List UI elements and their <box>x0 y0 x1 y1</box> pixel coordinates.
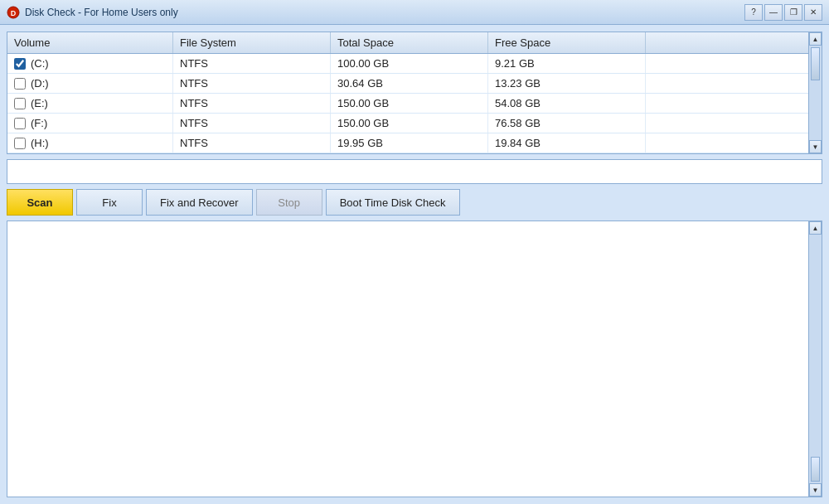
cell-extra-d <box>646 74 808 93</box>
col-free-space: Free Space <box>488 32 646 53</box>
table-row: (H:) NTFS 19.95 GB 19.84 GB <box>7 133 808 153</box>
checkbox-h[interactable] <box>14 138 26 149</box>
table-row: (C:) NTFS 100.00 GB 9.21 GB <box>7 54 808 74</box>
boot-check-button[interactable]: Boot Time Disk Check <box>326 189 460 216</box>
output-scroll-track[interactable] <box>809 235 822 483</box>
cell-fs-c: NTFS <box>173 54 331 73</box>
output-scroll-thumb[interactable] <box>811 457 820 482</box>
stop-button[interactable]: Stop <box>256 189 322 216</box>
cell-fs-h: NTFS <box>173 133 331 153</box>
cell-extra-c <box>646 54 808 73</box>
col-filesystem: File System <box>173 32 331 53</box>
main-window: Volume File System Total Space Free Spac… <box>0 25 829 504</box>
cell-extra-f <box>646 114 808 133</box>
title-bar: D Disk Check - For Home Users only ? — ❐… <box>0 0 829 25</box>
checkbox-e[interactable] <box>14 98 26 109</box>
scan-button[interactable]: Scan <box>7 189 73 216</box>
cell-volume-h: (H:) <box>7 133 173 153</box>
cell-total-e: 150.00 GB <box>331 94 488 113</box>
cell-free-d: 13.23 GB <box>488 74 646 93</box>
cell-free-c: 9.21 GB <box>488 54 646 73</box>
output-content <box>7 221 808 497</box>
col-extra <box>646 32 808 53</box>
cell-total-c: 100.00 GB <box>331 54 488 73</box>
cell-volume-c: (C:) <box>7 54 173 73</box>
cell-free-f: 76.58 GB <box>488 114 646 133</box>
scroll-thumb[interactable] <box>811 47 820 80</box>
cell-volume-d: (D:) <box>7 74 173 93</box>
table-body: (C:) NTFS 100.00 GB 9.21 GB (D:) NTFS 30… <box>7 54 808 153</box>
button-row: Scan Fix Fix and Recover Stop Boot Time … <box>7 189 822 216</box>
volume-table-container: Volume File System Total Space Free Spac… <box>7 32 822 154</box>
app-icon: D <box>7 6 20 19</box>
table-row: (F:) NTFS 150.00 GB 76.58 GB <box>7 114 808 133</box>
fix-button[interactable]: Fix <box>76 189 143 216</box>
scroll-up-button[interactable]: ▲ <box>809 32 822 46</box>
svg-text:D: D <box>11 9 17 17</box>
table-scrollbar[interactable]: ▲ ▼ <box>808 32 822 153</box>
output-scrollbar[interactable]: ▲ ▼ <box>808 221 822 497</box>
checkbox-d[interactable] <box>14 78 26 90</box>
table-row: (D:) NTFS 30.64 GB 13.23 GB <box>7 74 808 94</box>
table-header: Volume File System Total Space Free Spac… <box>7 32 808 54</box>
cell-total-d: 30.64 GB <box>331 74 488 93</box>
cell-extra-h <box>646 133 808 153</box>
checkbox-c[interactable] <box>14 58 26 70</box>
minimize-button[interactable]: — <box>764 4 783 21</box>
cell-total-f: 150.00 GB <box>331 114 488 133</box>
volume-table: Volume File System Total Space Free Spac… <box>7 32 808 153</box>
output-scroll-down-button[interactable]: ▼ <box>809 483 822 497</box>
cell-volume-e: (E:) <box>7 94 173 113</box>
cell-volume-f: (F:) <box>7 114 173 133</box>
restore-button[interactable]: ❐ <box>784 4 802 21</box>
col-total-space: Total Space <box>331 32 488 53</box>
help-button[interactable]: ? <box>744 4 763 21</box>
cell-free-e: 54.08 GB <box>488 94 646 113</box>
cell-extra-e <box>646 94 808 113</box>
cell-fs-e: NTFS <box>173 94 331 113</box>
fix-recover-button[interactable]: Fix and Recover <box>146 189 253 216</box>
table-row: (E:) NTFS 150.00 GB 54.08 GB <box>7 94 808 114</box>
output-scroll-up-button[interactable]: ▲ <box>809 221 822 235</box>
close-button[interactable]: ✕ <box>804 4 822 21</box>
cell-fs-f: NTFS <box>173 114 331 133</box>
scroll-down-button[interactable]: ▼ <box>809 140 822 153</box>
cell-free-h: 19.84 GB <box>488 133 646 153</box>
info-bar <box>7 159 822 184</box>
col-volume: Volume <box>7 32 173 53</box>
scroll-track[interactable] <box>809 46 822 140</box>
checkbox-f[interactable] <box>14 118 26 129</box>
cell-total-h: 19.95 GB <box>331 133 488 153</box>
output-area: ▲ ▼ <box>7 220 822 497</box>
window-title: Disk Check - For Home Users only <box>25 7 178 18</box>
cell-fs-d: NTFS <box>173 74 331 93</box>
